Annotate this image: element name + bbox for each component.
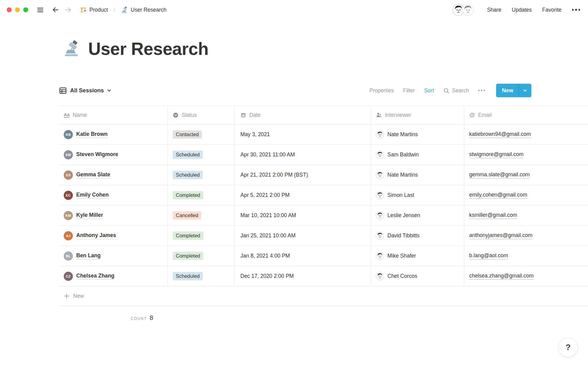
breadcrumb-item-product[interactable]: Product: [89, 7, 108, 13]
date-cell[interactable]: Apr 5, 2021 2:00 PM: [235, 185, 371, 205]
email-cell[interactable]: anthonyjames@gmail.com: [464, 226, 588, 246]
interviewer-avatar: [376, 130, 384, 139]
date-cell[interactable]: Apr 21, 2021 2:00 PM (BST): [235, 165, 371, 185]
table-row: SWSteven WigmoreScheduledApr 30, 2021 11…: [59, 145, 588, 165]
record-name-link[interactable]: Anthony James: [76, 232, 116, 239]
view-switcher[interactable]: All Sessions: [59, 86, 111, 95]
help-button[interactable]: ?: [559, 338, 578, 357]
status-badge: Contacted: [173, 130, 202, 139]
email-link[interactable]: b.lang@aol.com: [469, 252, 508, 259]
name-cell[interactable]: KBKatie Brown: [59, 125, 168, 144]
date-cell[interactable]: Jan 8, 2021 4:00 PM: [235, 246, 371, 266]
name-cell[interactable]: CZChelsea Zhang: [59, 266, 168, 286]
share-button[interactable]: Share: [487, 7, 501, 13]
status-cell[interactable]: Completed: [168, 246, 235, 266]
new-button-dropdown-icon[interactable]: [519, 84, 531, 97]
record-name-link[interactable]: Emily Cohen: [76, 192, 109, 199]
name-cell[interactable]: ECEmily Cohen: [59, 185, 168, 205]
email-cell[interactable]: stwigmore@gmail.com: [464, 145, 588, 165]
email-cell[interactable]: emily.cohen@gmail.com: [464, 185, 588, 205]
record-name-link[interactable]: Kyle Miller: [76, 212, 103, 219]
column-header-interviewer[interactable]: Interviewer: [371, 106, 464, 124]
collaborator-avatars: [452, 4, 474, 16]
favorite-button[interactable]: Favorite: [542, 7, 561, 13]
name-cell[interactable]: SWSteven Wigmore: [59, 145, 168, 165]
plus-icon: [64, 293, 70, 299]
avatar: EC: [64, 191, 73, 200]
zoom-window-button[interactable]: [23, 7, 28, 12]
interviewer-cell[interactable]: Sam Baldwin: [371, 145, 464, 165]
date-cell[interactable]: Mar 10, 2021 10:00 AM: [235, 205, 371, 225]
status-cell[interactable]: Cancelled: [168, 205, 235, 225]
column-header-date[interactable]: Date: [235, 106, 371, 124]
record-name-link[interactable]: Gemma Slate: [76, 171, 110, 178]
avatar: GS: [64, 171, 73, 180]
interviewer-cell[interactable]: Mike Shafer: [371, 246, 464, 266]
interviewer-cell[interactable]: Nate Martins: [371, 125, 464, 144]
record-name-link[interactable]: Ben Lang: [76, 252, 101, 259]
filter-button[interactable]: Filter: [403, 87, 415, 94]
back-arrow-icon[interactable]: [51, 6, 60, 14]
name-cell[interactable]: AJAnthony James: [59, 226, 168, 246]
name-cell[interactable]: GSGemma Slate: [59, 165, 168, 185]
interviewer-cell[interactable]: David Tibbitts: [371, 226, 464, 246]
date-cell[interactable]: Apr 30, 2021 11:00 AM: [235, 145, 371, 165]
date-cell[interactable]: May 3, 2021: [235, 125, 371, 144]
status-cell[interactable]: Contacted: [168, 125, 235, 144]
email-link[interactable]: katiebrown94@gmail.com: [469, 131, 531, 138]
new-record-button[interactable]: New: [496, 84, 531, 97]
top-bar: Product / User Research Share Updates Fa: [0, 0, 588, 20]
table-row: KBKatie BrownContactedMay 3, 2021Nate Ma…: [59, 125, 588, 145]
new-button-label[interactable]: New: [496, 84, 518, 97]
column-header-status[interactable]: Status: [168, 106, 235, 124]
status-cell[interactable]: Scheduled: [168, 145, 235, 165]
email-link[interactable]: chelsea.zhang@gmail.com: [469, 273, 533, 280]
sidebar-menu-icon[interactable]: [36, 6, 44, 14]
email-cell[interactable]: katiebrown94@gmail.com: [464, 125, 588, 144]
interviewer-cell[interactable]: Nate Martins: [371, 165, 464, 185]
count-label[interactable]: COUNT: [131, 316, 147, 321]
status-cell[interactable]: Scheduled: [168, 165, 235, 185]
search-button[interactable]: Search: [443, 87, 469, 94]
view-more-options-icon[interactable]: [478, 90, 485, 91]
record-name-link[interactable]: Chelsea Zhang: [76, 273, 114, 280]
forward-arrow-icon[interactable]: [64, 6, 73, 14]
microscope-icon[interactable]: [63, 40, 80, 57]
email-cell[interactable]: gemma.slate@gmail.com: [464, 165, 588, 185]
collaborator-avatar[interactable]: [462, 4, 474, 16]
breadcrumb: Product / User Research: [80, 6, 167, 13]
status-badge: Completed: [173, 232, 203, 240]
minimize-window-button[interactable]: [15, 7, 20, 12]
name-cell[interactable]: KMKyle Miller: [59, 205, 168, 225]
email-link[interactable]: anthonyjames@gmail.com: [469, 232, 532, 239]
breadcrumb-item-user-research[interactable]: User Research: [131, 7, 167, 13]
email-link[interactable]: emily.cohen@gmail.com: [469, 192, 527, 199]
new-row-button[interactable]: New: [59, 286, 588, 306]
email-link[interactable]: gemma.slate@gmail.com: [469, 171, 530, 178]
interviewer-cell[interactable]: Leslie Jensen: [371, 205, 464, 225]
email-link[interactable]: stwigmore@gmail.com: [469, 151, 523, 158]
status-cell[interactable]: Completed: [168, 226, 235, 246]
updates-button[interactable]: Updates: [512, 7, 532, 13]
column-header-email[interactable]: @ Email: [464, 106, 588, 124]
properties-button[interactable]: Properties: [369, 87, 394, 94]
date-cell[interactable]: Dec 17, 2020 2:00 PM: [235, 266, 371, 286]
status-cell[interactable]: Completed: [168, 185, 235, 205]
date-cell[interactable]: Jan 25, 2021 10:00 AM: [235, 226, 371, 246]
column-header-name[interactable]: Aa Name: [59, 106, 168, 124]
email-cell[interactable]: ksmiller@gmail.com: [464, 205, 588, 225]
email-cell[interactable]: chelsea.zhang@gmail.com: [464, 266, 588, 286]
email-cell[interactable]: b.lang@aol.com: [464, 246, 588, 266]
sort-button[interactable]: Sort: [424, 87, 434, 94]
email-link[interactable]: ksmiller@gmail.com: [469, 212, 517, 219]
interviewer-name: David Tibbitts: [387, 232, 420, 239]
status-cell[interactable]: Scheduled: [168, 266, 235, 286]
interviewer-cell[interactable]: Simon Last: [371, 185, 464, 205]
record-name-link[interactable]: Steven Wigmore: [76, 151, 118, 158]
more-options-icon[interactable]: [572, 9, 580, 11]
name-cell[interactable]: BLBen Lang: [59, 246, 168, 266]
record-name-link[interactable]: Katie Brown: [76, 131, 107, 138]
date-value: May 3, 2021: [240, 131, 270, 138]
close-window-button[interactable]: [7, 7, 12, 12]
interviewer-cell[interactable]: Chet Corcos: [371, 266, 464, 286]
